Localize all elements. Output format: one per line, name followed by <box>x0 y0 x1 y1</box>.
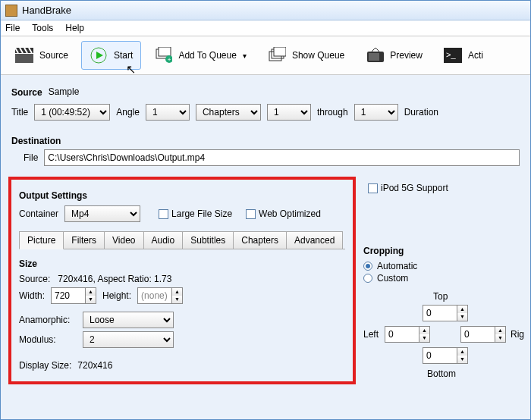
source-dimensions: Source: 720x416, Aspect Ratio: 1.73 <box>19 274 345 284</box>
spin-up-icon[interactable]: ▲ <box>172 288 182 296</box>
toolbar-show-queue-button[interactable]: Show Queue <box>259 41 353 70</box>
height-input[interactable] <box>138 288 171 303</box>
through-label: through <box>317 107 348 118</box>
crop-right-label: Rig <box>511 329 524 340</box>
duration-label: Duration <box>404 107 438 118</box>
spin-down-icon[interactable]: ▼ <box>86 296 96 303</box>
spin-up-icon[interactable]: ▲ <box>457 348 467 356</box>
toolbar-activity-button[interactable]: >_ Acti <box>435 41 492 70</box>
spin-down-icon[interactable]: ▼ <box>419 334 429 342</box>
spin-up-icon[interactable]: ▲ <box>457 306 467 313</box>
spin-down-icon[interactable]: ▼ <box>172 296 182 303</box>
titlebar: HandBrake <box>1 1 530 20</box>
display-size-value: 720x416 <box>77 360 112 371</box>
crop-top-input[interactable] <box>423 306 457 321</box>
checkbox-icon <box>159 209 168 219</box>
spin-down-icon[interactable]: ▼ <box>457 313 467 321</box>
spin-down-icon[interactable]: ▼ <box>495 334 505 342</box>
crop-right-spinner[interactable]: ▲▼ <box>460 326 506 343</box>
toolbar-start-button[interactable]: Start ↖ <box>81 41 141 70</box>
settings-tabs: Picture Filters Video Audio Subtitles Ch… <box>19 231 345 249</box>
anamorphic-select[interactable]: Loose <box>83 312 174 328</box>
height-spinner[interactable]: ▲▼ <box>137 287 183 304</box>
crop-right-input[interactable] <box>461 327 495 342</box>
svg-rect-12 <box>369 53 379 61</box>
angle-select[interactable]: 1 <box>146 104 190 121</box>
svg-rect-1 <box>15 54 33 63</box>
toolbar-add-queue-label: Add To Queue <box>178 50 237 61</box>
tab-picture[interactable]: Picture <box>19 231 64 249</box>
menubar: File Tools Help <box>1 20 530 36</box>
width-label: Width: <box>19 290 45 301</box>
crop-bottom-spinner[interactable]: ▲▼ <box>423 347 468 364</box>
ipod-5g-checkbox[interactable]: iPod 5G Support <box>368 183 448 193</box>
destination-section: Destination File <box>1 127 530 172</box>
menu-file[interactable]: File <box>5 23 20 33</box>
range-type-select[interactable]: Chapters <box>196 104 261 121</box>
crop-left-label: Left <box>363 329 379 340</box>
menu-help[interactable]: Help <box>65 23 84 33</box>
container-select[interactable]: Mp4 <box>64 205 140 222</box>
ipod-5g-label: iPod 5G Support <box>381 183 448 193</box>
cropping-custom-label: Custom <box>377 273 408 284</box>
title-select[interactable]: 1 (00:49:52) <box>34 104 110 121</box>
svg-rect-5 <box>159 47 171 56</box>
toolbar-add-to-queue-button[interactable]: + Add To Queue ▾ <box>146 41 255 70</box>
file-path-input[interactable] <box>44 149 520 166</box>
svg-marker-3 <box>96 52 103 59</box>
svg-text:>_: >_ <box>446 50 456 59</box>
tab-chapters[interactable]: Chapters <box>233 231 287 249</box>
queue-icon <box>268 46 286 64</box>
width-input[interactable] <box>52 288 85 303</box>
terminal-icon: >_ <box>444 46 462 64</box>
crop-left-spinner[interactable]: ▲▼ <box>385 326 430 343</box>
tv-icon <box>366 46 384 64</box>
picture-tab-panel: Size Source: 720x416, Aspect Ratio: 1.73… <box>19 249 345 374</box>
crop-top-spinner[interactable]: ▲▼ <box>423 305 468 321</box>
title-label: Title <box>11 107 28 118</box>
chapter-to-select[interactable]: 1 <box>354 104 398 121</box>
app-title: HandBrake <box>22 5 71 16</box>
crop-left-input[interactable] <box>385 327 419 342</box>
source-value: Sample <box>49 86 80 97</box>
toolbar-preview-label: Preview <box>390 50 423 61</box>
clapperboard-icon <box>15 46 33 64</box>
checkbox-icon <box>368 183 378 193</box>
tab-subtitles[interactable]: Subtitles <box>182 231 234 249</box>
tab-filters[interactable]: Filters <box>63 231 105 249</box>
toolbar-preview-button[interactable]: Preview <box>357 41 431 70</box>
spin-up-icon[interactable]: ▲ <box>419 327 429 334</box>
source-section: Source Sample Title 1 (00:49:52) Angle 1… <box>1 75 530 127</box>
toolbar-source-button[interactable]: Source <box>7 41 77 70</box>
tab-advanced[interactable]: Advanced <box>286 231 343 249</box>
height-label: Height: <box>102 290 131 301</box>
radio-icon <box>363 274 372 283</box>
menu-tools[interactable]: Tools <box>32 23 53 33</box>
destination-label: Destination <box>11 136 520 146</box>
crop-bottom-label: Bottom <box>427 368 456 379</box>
tab-audio[interactable]: Audio <box>143 231 184 249</box>
web-optimized-checkbox[interactable]: Web Optimized <box>246 208 321 219</box>
display-size-label: Display Size: <box>19 360 71 371</box>
spin-up-icon[interactable]: ▲ <box>86 288 96 296</box>
file-label: File <box>24 152 38 163</box>
cropping-custom-radio[interactable]: Custom <box>363 273 530 284</box>
spin-down-icon[interactable]: ▼ <box>457 356 467 363</box>
dropdown-caret-icon: ▾ <box>243 52 247 60</box>
tab-video[interactable]: Video <box>104 231 143 249</box>
app-icon <box>5 5 17 17</box>
angle-label: Angle <box>116 107 140 118</box>
chapter-from-select[interactable]: 1 <box>267 104 311 121</box>
toolbar-show-queue-label: Show Queue <box>292 50 344 61</box>
output-settings-highlight: Output Settings Container Mp4 Large File… <box>8 177 356 384</box>
spin-up-icon[interactable]: ▲ <box>495 327 505 334</box>
width-spinner[interactable]: ▲▼ <box>51 287 96 304</box>
cropping-heading: Cropping <box>363 246 530 256</box>
large-file-checkbox[interactable]: Large File Size <box>159 208 232 219</box>
container-label: Container <box>19 208 58 219</box>
cropping-automatic-radio[interactable]: Automatic <box>363 261 530 271</box>
crop-bottom-input[interactable] <box>423 348 457 363</box>
toolbar-start-label: Start <box>114 50 133 61</box>
modulus-select[interactable]: 2 <box>83 331 174 348</box>
checkbox-icon <box>246 209 256 219</box>
